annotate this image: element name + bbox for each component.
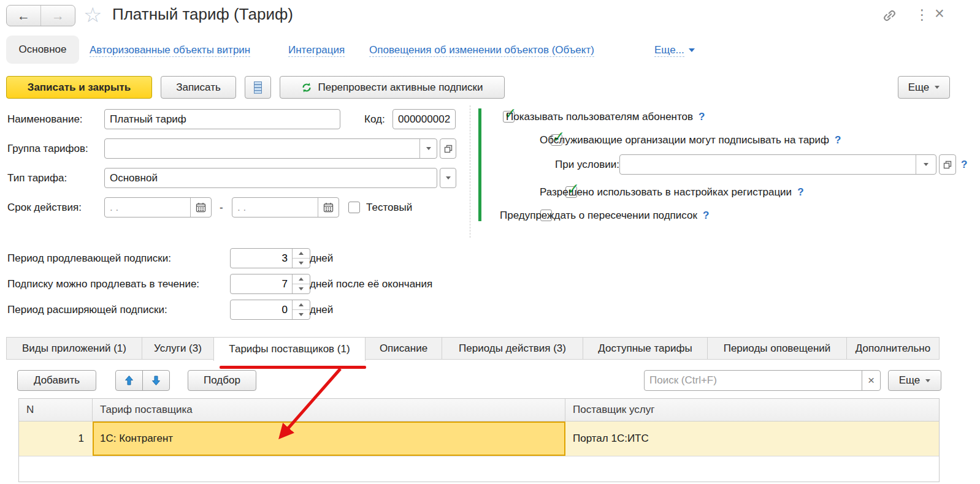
save-label: Записать — [176, 81, 221, 94]
cell-row-number[interactable]: 1 — [19, 422, 93, 456]
search-input[interactable] — [644, 370, 862, 391]
supplier-tariffs-table: N Тариф поставщика Поставщик услуг 1 1С:… — [18, 398, 940, 482]
tab-additional[interactable]: Дополнительно — [846, 337, 940, 360]
extend-period-stepper[interactable] — [230, 300, 310, 320]
renew-window-spin-buttons[interactable] — [292, 274, 310, 293]
spin-up-button[interactable] — [293, 274, 310, 284]
nav-link-authorized-objects[interactable]: Авторизованные объекты витрин — [90, 43, 250, 57]
spin-down-button[interactable] — [293, 310, 310, 319]
group-input[interactable] — [105, 139, 419, 158]
cell-service-provider[interactable]: Портал 1С:ИТС — [565, 422, 939, 456]
forward-button[interactable]: → — [41, 6, 75, 26]
prolong-period-stepper[interactable] — [230, 248, 310, 268]
group-open-button[interactable] — [440, 138, 456, 159]
type-input[interactable] — [104, 168, 437, 188]
extend-period-spin-buttons[interactable] — [292, 300, 310, 319]
add-row-label: Добавить — [34, 374, 80, 387]
validity-from-field[interactable] — [104, 197, 212, 217]
spin-down-button[interactable] — [293, 259, 310, 268]
save-button[interactable]: Записать — [161, 76, 236, 99]
search-clear-button[interactable]: × — [862, 370, 881, 391]
validity-to-calendar-button[interactable] — [318, 198, 339, 217]
warn-overlap-label: Предупреждать о пересечении подписок — [500, 210, 697, 221]
condition-field-label: При условии: — [555, 154, 619, 175]
renew-window-input[interactable] — [231, 274, 292, 293]
name-field-label: Наименование: — [7, 109, 83, 129]
add-row-button[interactable]: Добавить — [17, 370, 96, 391]
column-header-n[interactable]: N — [19, 399, 93, 421]
spin-down-button[interactable] — [293, 284, 310, 293]
condition-input[interactable] — [620, 155, 916, 174]
tab-validity-periods[interactable]: Периоды действия (3) — [442, 337, 583, 360]
test-checkbox[interactable] — [348, 202, 360, 213]
table-row[interactable]: 1 1С: Контрагент Портал 1С:ИТС — [19, 422, 939, 456]
tab-supplier-tariffs[interactable]: Тарифы поставщиков (1) — [213, 337, 366, 361]
registration-label: Разрешено использовать в настройках реги… — [540, 186, 792, 198]
condition-dropdown-button[interactable] — [916, 155, 936, 174]
type-dropdown-button[interactable] — [440, 168, 456, 188]
nav-tab-main[interactable]: Основное — [6, 36, 79, 64]
extend-period-input[interactable] — [231, 300, 292, 319]
window-menu-kebab-icon[interactable]: ⋮ — [915, 4, 929, 25]
condition-open-button[interactable] — [939, 154, 956, 175]
form-more-button[interactable]: Еще — [898, 76, 950, 99]
group-dropdown-button[interactable] — [419, 139, 437, 158]
nav-link-notifications[interactable]: Оповещения об изменении объектов (Объект… — [369, 43, 594, 57]
nav-link-integration[interactable]: Интеграция — [288, 43, 345, 57]
service-orgs-help-link[interactable]: ? — [835, 134, 841, 146]
show-users-label: Показывать пользователям абонентов — [506, 111, 693, 123]
code-input[interactable] — [392, 109, 456, 129]
close-window-icon[interactable]: × — [935, 3, 944, 24]
type-chevron-down-icon — [446, 176, 451, 180]
tab-available-tariffs[interactable]: Доступные тарифы — [583, 337, 708, 360]
move-down-button[interactable] — [142, 370, 170, 391]
spin-up-button[interactable] — [293, 300, 310, 310]
nav-more-link[interactable]: Еще... — [654, 43, 695, 57]
tab-app-kinds[interactable]: Виды приложений (1) — [6, 337, 142, 360]
condition-combo-field[interactable] — [619, 154, 936, 175]
tab-description[interactable]: Описание — [365, 337, 442, 360]
move-up-button[interactable] — [115, 370, 143, 391]
back-arrow-icon: ← — [17, 9, 30, 23]
spin-up-button[interactable] — [293, 249, 310, 259]
validity-from-calendar-button[interactable] — [190, 198, 211, 217]
type-field-label: Тип тарифа: — [7, 168, 67, 188]
spin-up-icon — [299, 252, 304, 255]
group-chevron-down-icon — [426, 147, 431, 150]
get-link-icon[interactable] — [881, 7, 898, 27]
table-more-button[interactable]: Еще — [888, 370, 941, 391]
panel-splitter[interactable] — [470, 105, 470, 238]
favorite-star-icon[interactable]: ☆ — [83, 2, 102, 27]
renew-window-stepper[interactable] — [230, 274, 310, 294]
back-button[interactable]: ← — [7, 6, 41, 26]
refresh-icon — [301, 82, 312, 93]
register-stack-icon — [253, 81, 262, 94]
register-records-button[interactable] — [245, 76, 271, 99]
tab-services[interactable]: Услуги (3) — [142, 337, 214, 360]
condition-help-link[interactable]: ? — [961, 154, 967, 175]
validity-to-field[interactable] — [232, 197, 339, 217]
registration-help-link[interactable]: ? — [797, 186, 803, 198]
spin-down-icon — [299, 262, 304, 265]
validity-range-dash: - — [220, 197, 223, 217]
name-input[interactable] — [104, 109, 340, 129]
show-users-help-link[interactable]: ? — [699, 111, 705, 123]
extend-period-label: Период расширяющей подписки: — [7, 300, 167, 320]
validity-from-input[interactable] — [105, 198, 190, 217]
repost-label: Перепровести активные подписки — [318, 81, 483, 94]
registration-row: Разрешено использовать в настройках реги… — [540, 186, 804, 199]
group-combo-field[interactable] — [104, 138, 437, 159]
prolong-period-spin-buttons[interactable] — [292, 249, 310, 268]
show-users-row: Показывать пользователям абонентов? — [506, 110, 705, 123]
column-header-service-provider[interactable]: Поставщик услуг — [565, 399, 939, 421]
repost-subscriptions-button[interactable]: Перепровести активные подписки — [280, 76, 505, 99]
arrow-down-icon — [151, 375, 161, 386]
save-and-close-button[interactable]: Записать и закрыть — [6, 76, 152, 99]
validity-to-input[interactable] — [232, 198, 318, 217]
tab-notify-periods[interactable]: Периоды оповещений — [707, 337, 847, 360]
open-form-icon — [444, 145, 453, 153]
arrow-up-icon — [124, 375, 134, 386]
warn-overlap-help-link[interactable]: ? — [703, 210, 709, 221]
prolong-period-input[interactable] — [231, 249, 292, 268]
annotation-arrow — [245, 360, 429, 458]
